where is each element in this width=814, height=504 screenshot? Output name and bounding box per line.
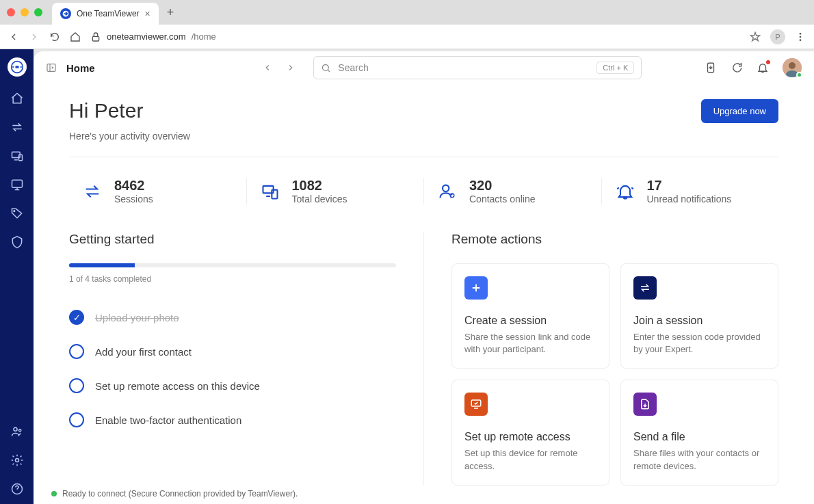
sidebar-settings-icon[interactable]: [10, 453, 24, 467]
action-title: Set up remote access: [464, 431, 596, 443]
task-label: Set up remote access on this device: [95, 380, 260, 392]
subgreeting: Here's your activity overview: [69, 131, 190, 142]
tab-title: One TeamViewer: [77, 9, 140, 18]
swap-icon: [633, 276, 657, 300]
notification-dot: [766, 60, 770, 64]
svg-rect-8: [12, 180, 22, 187]
back-button[interactable]: [8, 31, 19, 42]
url-domain: oneteamviewer.com: [107, 31, 186, 42]
stat-sessions[interactable]: 8462Sessions: [69, 178, 246, 204]
getting-started-section: Getting started 1 of 4 tasks completed U…: [69, 232, 424, 486]
close-tab-button[interactable]: ×: [145, 8, 150, 19]
sidebar-home-icon[interactable]: [10, 92, 24, 105]
profile-initial: P: [775, 33, 780, 41]
user-avatar[interactable]: [783, 58, 802, 77]
svg-rect-7: [18, 155, 22, 160]
status-text: Ready to connect (Secure Connection prov…: [62, 489, 298, 499]
stat-label: Total devices: [292, 194, 347, 204]
chat-icon[interactable]: [731, 62, 743, 74]
monitor-check-icon: [464, 393, 488, 416]
status-dot-icon: [51, 491, 57, 496]
svg-point-3: [800, 36, 802, 38]
svg-point-12: [15, 459, 18, 462]
reload-button[interactable]: [49, 31, 60, 42]
upgrade-button[interactable]: Upgrade now: [701, 99, 778, 123]
svg-rect-14: [47, 64, 55, 72]
bookmark-icon[interactable]: [750, 31, 761, 42]
progress-bar: [69, 263, 396, 267]
browser-profile-button[interactable]: P: [770, 29, 785, 44]
stat-label: Sessions: [114, 194, 153, 204]
sidebar-tag-icon[interactable]: [10, 207, 24, 220]
stat-value: 8462: [114, 178, 153, 194]
task-add-contact[interactable]: Add your first contact: [69, 334, 396, 369]
search-input[interactable]: Search Ctrl + K: [313, 56, 642, 79]
action-join-session[interactable]: Join a session Enter the session code pr…: [620, 263, 778, 369]
bell-icon: [616, 182, 635, 201]
maximize-window-button[interactable]: [34, 8, 42, 16]
new-tab-button[interactable]: +: [167, 5, 174, 20]
forward-button[interactable]: [29, 31, 40, 42]
sidebar-shield-icon[interactable]: [10, 235, 24, 249]
svg-point-11: [18, 429, 21, 432]
browser-tab[interactable]: One TeamViewer ×: [52, 3, 159, 25]
lock-icon: [90, 31, 101, 42]
window-controls: [7, 8, 42, 16]
browser-menu-button[interactable]: [795, 31, 806, 42]
close-window-button[interactable]: [7, 8, 15, 16]
task-label: Upload your photo: [95, 312, 179, 323]
action-send-file[interactable]: Send a file Share files with your contac…: [620, 380, 778, 485]
history-back-button[interactable]: [263, 63, 272, 72]
collapse-sidebar-icon[interactable]: [46, 62, 57, 73]
stat-label: Contacts online: [469, 194, 536, 204]
stat-devices[interactable]: 1082Total devices: [246, 178, 424, 204]
search-icon: [321, 63, 331, 73]
search-shortcut: Ctrl + K: [596, 62, 634, 74]
sidebar-help-icon[interactable]: [10, 482, 24, 496]
file-send-icon: [633, 393, 657, 416]
action-setup-remote[interactable]: Set up remote access Set up this device …: [451, 380, 609, 485]
greeting: Hi Peter: [69, 99, 190, 122]
action-desc: Share files with your contacts or remote…: [633, 447, 765, 472]
stat-notifications[interactable]: 17Unread notifications: [601, 178, 779, 204]
task-2fa[interactable]: Enable two-factor authentication: [69, 403, 396, 437]
topbar: Home Search Ctrl + K: [34, 51, 814, 84]
svg-point-10: [14, 427, 17, 431]
task-upload-photo[interactable]: Upload your photo: [69, 300, 396, 334]
remote-actions-section: Remote actions Create a session Share th…: [424, 232, 778, 486]
contact-online-icon: [438, 182, 457, 201]
task-remote-access[interactable]: Set up remote access on this device: [69, 369, 396, 403]
home-button[interactable]: [70, 31, 81, 42]
download-icon[interactable]: [705, 62, 717, 74]
stat-contacts[interactable]: 320Contacts online: [423, 178, 601, 204]
action-desc: Set up this device for remote access.: [464, 447, 596, 472]
section-title: Getting started: [69, 232, 396, 247]
statusbar: Ready to connect (Secure Connection prov…: [51, 489, 298, 499]
sidebar-users-icon[interactable]: [10, 425, 24, 438]
plus-icon: [464, 276, 488, 300]
browser-toolbar: oneteamviewer.com/home P: [0, 25, 814, 49]
app-logo[interactable]: [8, 57, 27, 77]
sidebar-devices-icon[interactable]: [10, 149, 24, 163]
stat-label: Unread notifications: [647, 194, 732, 204]
stat-value: 320: [469, 178, 536, 194]
stats-row: 8462Sessions 1082Total devices 320Contac…: [69, 178, 778, 204]
svg-point-9: [14, 211, 15, 212]
section-title: Remote actions: [451, 232, 778, 247]
action-desc: Enter the session code provided by your …: [633, 331, 765, 356]
address-bar[interactable]: oneteamviewer.com/home: [90, 31, 740, 42]
minimize-window-button[interactable]: [21, 8, 29, 16]
notifications-icon[interactable]: [757, 62, 769, 74]
page-title: Home: [66, 62, 95, 74]
tab-favicon-icon: [60, 8, 71, 19]
svg-point-2: [800, 33, 802, 35]
history-forward-button[interactable]: [286, 63, 296, 72]
browser-tab-strip: One TeamViewer × +: [0, 0, 814, 25]
check-icon: [69, 310, 84, 325]
action-desc: Share the session link and code with you…: [464, 331, 596, 356]
sidebar-transfer-icon[interactable]: [10, 120, 24, 134]
action-title: Join a session: [633, 315, 765, 327]
sidebar-monitor-icon[interactable]: [10, 178, 24, 191]
circle-icon: [69, 344, 84, 359]
action-create-session[interactable]: Create a session Share the session link …: [451, 263, 609, 369]
